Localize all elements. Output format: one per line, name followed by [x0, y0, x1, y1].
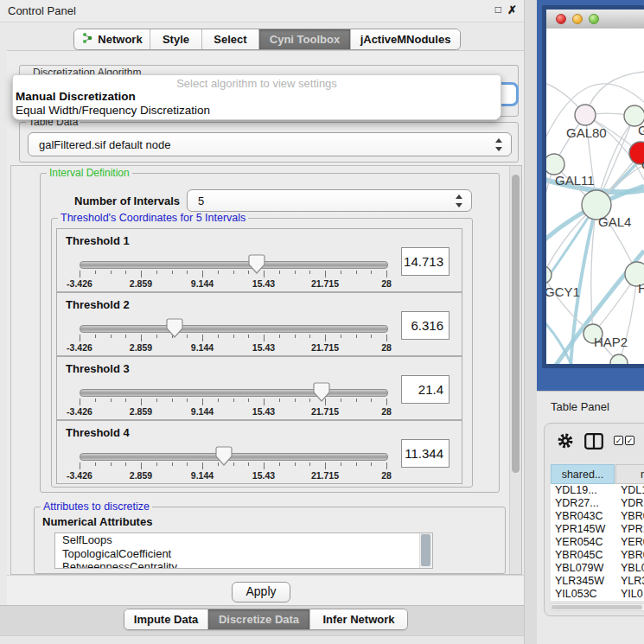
apply-button[interactable]: Apply: [232, 582, 290, 603]
slider-track[interactable]: [80, 261, 388, 269]
threshold-value-field[interactable]: 11.344: [401, 439, 450, 468]
tick-label: 28: [360, 342, 412, 353]
tab-style[interactable]: Style: [150, 29, 202, 49]
number-of-intervals-combobox[interactable]: 5: [187, 189, 472, 212]
slider-handle[interactable]: [312, 382, 331, 403]
table-data-combobox[interactable]: galFiltered.sif default node: [28, 132, 512, 156]
tab-cyni-toolbox[interactable]: Cyni Toolbox: [259, 29, 351, 49]
tab-impute-data[interactable]: Impute Data: [124, 609, 208, 629]
thresholds-group-title: Threshold's Coordinates for 5 Intervals: [58, 212, 248, 224]
tick-label: 28: [360, 278, 412, 289]
interval-definition-title: Interval Definition: [47, 167, 132, 179]
network-window-titlebar[interactable]: [546, 10, 644, 29]
column-header-shared-name[interactable]: shared...: [551, 464, 615, 484]
panel-splitter[interactable]: [524, 0, 537, 644]
threshold-value-field[interactable]: 14.713: [401, 247, 450, 276]
table-row[interactable]: YBR045CYBR0: [551, 549, 644, 562]
cell-name: YPR1: [621, 523, 644, 536]
table-row[interactable]: YBR043CYBR0: [551, 510, 644, 523]
network-canvas[interactable]: GAL80GCGAL11GAL4GCY1HHAP2: [546, 29, 644, 364]
table-row[interactable]: YDR27...YDR2: [551, 497, 644, 510]
slider-tick: [187, 271, 188, 274]
attribute-list-item[interactable]: TopologicalCoefficient: [55, 547, 432, 561]
network-node-gal11[interactable]: [546, 154, 564, 175]
checkboxes-icon[interactable]: ✓✓: [614, 436, 636, 451]
threshold-value-field[interactable]: 6.316: [401, 311, 450, 340]
slider-tick: [356, 271, 357, 274]
close-traffic-light[interactable]: [556, 14, 566, 24]
split-view-icon[interactable]: [584, 433, 603, 453]
tab-select[interactable]: Select: [202, 29, 259, 49]
bottom-tab-bar: Impute DataDiscretize DataInfer Network: [124, 609, 408, 630]
slider-tick: [141, 271, 142, 277]
cell-name: YIL0: [621, 588, 643, 601]
tick-label: -3.426: [54, 278, 105, 289]
column-header-name[interactable]: na: [615, 464, 644, 484]
attribute-list-item[interactable]: BetweennessCentrality: [55, 560, 432, 569]
table-row[interactable]: YPR145WYPR1: [551, 523, 644, 536]
gear-icon[interactable]: [557, 432, 574, 453]
threshold-panel: Threshold 1-3.4262.8599.14415.4321.71528…: [56, 228, 462, 292]
cell-name: YLR3: [621, 575, 644, 588]
slider-tick: [233, 399, 234, 402]
tick-label: 28: [360, 470, 412, 481]
minimize-traffic-light[interactable]: [572, 14, 583, 24]
tick-label: 15.43: [238, 406, 290, 417]
slider-track[interactable]: [80, 389, 388, 397]
threshold-label: Threshold 1: [66, 234, 130, 247]
zoom-traffic-light[interactable]: [589, 14, 599, 24]
slider-tick: [341, 335, 341, 338]
slider-tick: [248, 335, 249, 338]
network-node-gal80[interactable]: [575, 105, 596, 125]
threshold-value-field[interactable]: 21.4: [401, 375, 450, 404]
tick-label: 2.859: [115, 470, 167, 481]
table-row[interactable]: YBL079WYBL0: [551, 562, 644, 575]
tick-label: -3.426: [54, 342, 105, 353]
attribute-list-item[interactable]: SelfLoops: [55, 533, 432, 547]
slider-tick: [95, 335, 96, 338]
attributes-list-scrollbar[interactable]: [419, 533, 432, 568]
network-node-gcy1[interactable]: [546, 266, 552, 284]
slider-handle[interactable]: [165, 318, 184, 339]
slider-tick: [125, 335, 126, 338]
slider-tick: [125, 399, 126, 402]
slider-tick: [172, 462, 173, 466]
panel-title: Control Panel: [8, 4, 76, 17]
slider-tick: [80, 462, 80, 469]
slider-handle[interactable]: [247, 254, 266, 275]
tab-discretize-data[interactable]: Discretize Data: [208, 609, 310, 629]
slider-track[interactable]: [80, 453, 388, 461]
control-panel: Control Panel □ ✗ NetworkStyleSelectCyni…: [0, 0, 524, 644]
table-data-value: galFiltered.sif default node: [39, 138, 170, 151]
panel-vertical-scrollbar[interactable]: [509, 166, 521, 574]
table-row[interactable]: YIL053CYIL0: [551, 588, 644, 601]
float-window-icon[interactable]: □: [495, 3, 501, 16]
slider-tick: [187, 462, 188, 466]
tab-network[interactable]: Network: [74, 29, 150, 49]
table-row[interactable]: YDL19...YDL1: [551, 484, 644, 497]
slider-handle[interactable]: [214, 446, 233, 467]
tick-label: -3.426: [54, 406, 105, 417]
slider-tick: [386, 271, 387, 277]
tab-label: Select: [214, 33, 246, 46]
close-icon[interactable]: ✗: [507, 3, 517, 16]
number-of-intervals-value: 5: [198, 194, 204, 207]
tick-label: 15.43: [238, 278, 290, 289]
table-row[interactable]: YER054CYER0: [551, 536, 644, 549]
threshold-label: Threshold 4: [66, 426, 130, 439]
tab-infer-network[interactable]: Infer Network: [310, 609, 407, 629]
threshold-panel: Threshold 2-3.4262.8599.14415.4321.71528…: [56, 292, 462, 356]
slider-track[interactable]: [80, 325, 388, 333]
dropdown-item[interactable]: Equal Width/Frequency Discretization: [13, 104, 501, 118]
slider-tick: [156, 399, 157, 402]
numerical-attributes-list[interactable]: SelfLoopsTopologicalCoefficientBetweenne…: [54, 532, 433, 569]
network-node-label: GAL4: [598, 214, 631, 229]
slider-tick: [202, 462, 203, 469]
tab-jactivemnodules[interactable]: jActiveMNodules: [351, 29, 460, 49]
table-row[interactable]: YLR345WYLR3: [551, 575, 644, 588]
table-horizontal-scrollbar[interactable]: [550, 603, 644, 611]
dropdown-item[interactable]: Manual Discretization: [13, 90, 501, 104]
slider-tick: [95, 271, 96, 274]
network-graph[interactable]: GAL80GCGAL11GAL4GCY1HHAP2: [546, 29, 644, 364]
slider-tick: [356, 335, 357, 338]
